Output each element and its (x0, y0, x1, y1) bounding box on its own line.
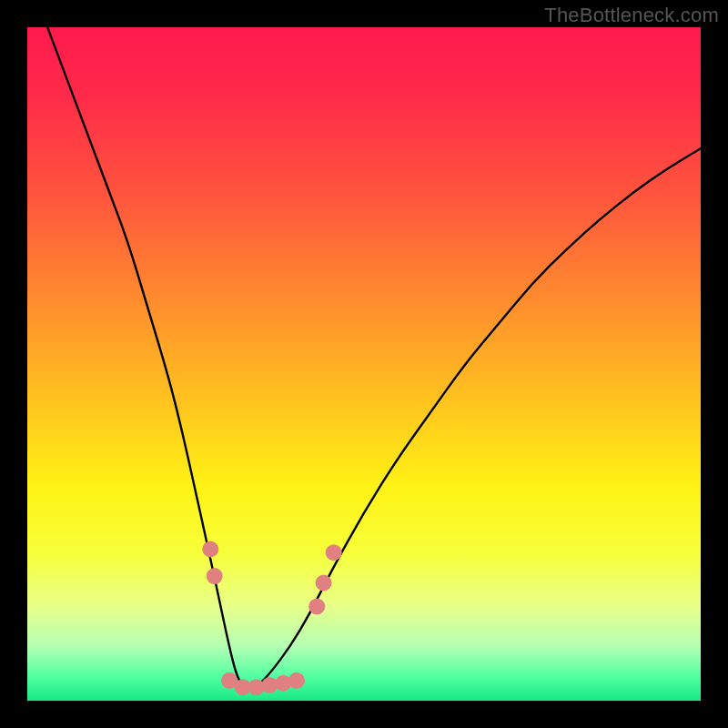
plot-area (27, 27, 701, 701)
marker-dot (316, 575, 332, 592)
curve-layer (27, 27, 701, 701)
watermark-text: TheBottleneck.com (544, 4, 719, 27)
marker-dot (288, 672, 305, 689)
marker-dot (308, 598, 325, 614)
bottleneck-curve (47, 27, 701, 690)
marker-dot (207, 568, 223, 584)
marker-dot (326, 544, 342, 561)
chart-frame: TheBottleneck.com (0, 0, 728, 728)
marker-dot (275, 675, 291, 692)
marker-dot (202, 541, 218, 558)
